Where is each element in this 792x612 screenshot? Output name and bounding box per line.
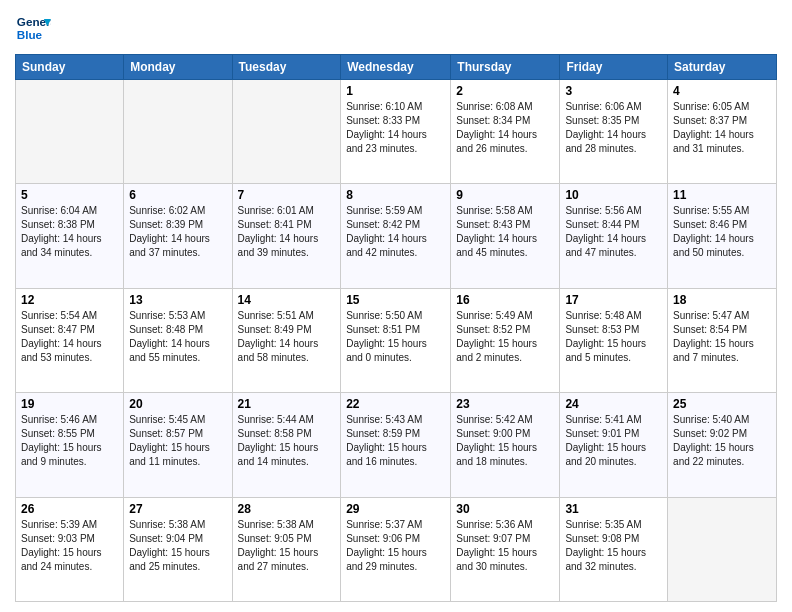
day-number: 29	[346, 502, 445, 516]
sunrise-label: Sunrise: 6:02 AM	[129, 205, 205, 216]
sunset-label: Sunset: 9:04 PM	[129, 533, 203, 544]
sunset-label: Sunset: 9:02 PM	[673, 428, 747, 439]
daylight-label: Daylight: 14 hours and 58 minutes.	[238, 338, 319, 363]
sunset-label: Sunset: 9:01 PM	[565, 428, 639, 439]
day-info: Sunrise: 5:51 AMSunset: 8:49 PMDaylight:…	[238, 309, 336, 365]
sunset-label: Sunset: 8:46 PM	[673, 219, 747, 230]
header: General Blue	[15, 10, 777, 46]
sunset-label: Sunset: 8:51 PM	[346, 324, 420, 335]
day-info: Sunrise: 5:43 AMSunset: 8:59 PMDaylight:…	[346, 413, 445, 469]
sunset-label: Sunset: 8:39 PM	[129, 219, 203, 230]
calendar-cell: 5Sunrise: 6:04 AMSunset: 8:38 PMDaylight…	[16, 184, 124, 288]
day-info: Sunrise: 5:38 AMSunset: 9:04 PMDaylight:…	[129, 518, 226, 574]
week-row-5: 26Sunrise: 5:39 AMSunset: 9:03 PMDayligh…	[16, 497, 777, 601]
sunrise-label: Sunrise: 5:38 AM	[238, 519, 314, 530]
week-row-2: 5Sunrise: 6:04 AMSunset: 8:38 PMDaylight…	[16, 184, 777, 288]
sunrise-label: Sunrise: 5:59 AM	[346, 205, 422, 216]
day-number: 13	[129, 293, 226, 307]
week-row-3: 12Sunrise: 5:54 AMSunset: 8:47 PMDayligh…	[16, 288, 777, 392]
daylight-label: Daylight: 15 hours and 11 minutes.	[129, 442, 210, 467]
day-number: 3	[565, 84, 662, 98]
sunrise-label: Sunrise: 5:38 AM	[129, 519, 205, 530]
day-info: Sunrise: 5:56 AMSunset: 8:44 PMDaylight:…	[565, 204, 662, 260]
sunset-label: Sunset: 8:44 PM	[565, 219, 639, 230]
sunrise-label: Sunrise: 5:39 AM	[21, 519, 97, 530]
calendar-cell: 25Sunrise: 5:40 AMSunset: 9:02 PMDayligh…	[668, 393, 777, 497]
daylight-label: Daylight: 14 hours and 37 minutes.	[129, 233, 210, 258]
sunset-label: Sunset: 8:33 PM	[346, 115, 420, 126]
day-info: Sunrise: 5:36 AMSunset: 9:07 PMDaylight:…	[456, 518, 554, 574]
daylight-label: Daylight: 14 hours and 47 minutes.	[565, 233, 646, 258]
day-number: 28	[238, 502, 336, 516]
sunset-label: Sunset: 8:43 PM	[456, 219, 530, 230]
daylight-label: Daylight: 15 hours and 25 minutes.	[129, 547, 210, 572]
daylight-label: Daylight: 14 hours and 55 minutes.	[129, 338, 210, 363]
day-info: Sunrise: 5:58 AMSunset: 8:43 PMDaylight:…	[456, 204, 554, 260]
sunrise-label: Sunrise: 5:41 AM	[565, 414, 641, 425]
calendar-cell: 7Sunrise: 6:01 AMSunset: 8:41 PMDaylight…	[232, 184, 341, 288]
calendar-cell: 23Sunrise: 5:42 AMSunset: 9:00 PMDayligh…	[451, 393, 560, 497]
sunrise-label: Sunrise: 5:55 AM	[673, 205, 749, 216]
sunrise-label: Sunrise: 5:48 AM	[565, 310, 641, 321]
sunrise-label: Sunrise: 5:49 AM	[456, 310, 532, 321]
day-header-wednesday: Wednesday	[341, 55, 451, 80]
day-number: 22	[346, 397, 445, 411]
week-row-4: 19Sunrise: 5:46 AMSunset: 8:55 PMDayligh…	[16, 393, 777, 497]
sunset-label: Sunset: 8:37 PM	[673, 115, 747, 126]
daylight-label: Daylight: 15 hours and 27 minutes.	[238, 547, 319, 572]
sunset-label: Sunset: 9:08 PM	[565, 533, 639, 544]
day-info: Sunrise: 6:06 AMSunset: 8:35 PMDaylight:…	[565, 100, 662, 156]
sunset-label: Sunset: 8:41 PM	[238, 219, 312, 230]
sunrise-label: Sunrise: 5:44 AM	[238, 414, 314, 425]
calendar-cell: 4Sunrise: 6:05 AMSunset: 8:37 PMDaylight…	[668, 80, 777, 184]
day-info: Sunrise: 5:40 AMSunset: 9:02 PMDaylight:…	[673, 413, 771, 469]
sunset-label: Sunset: 9:06 PM	[346, 533, 420, 544]
sunrise-label: Sunrise: 5:46 AM	[21, 414, 97, 425]
calendar-cell: 26Sunrise: 5:39 AMSunset: 9:03 PMDayligh…	[16, 497, 124, 601]
day-info: Sunrise: 5:41 AMSunset: 9:01 PMDaylight:…	[565, 413, 662, 469]
calendar-cell	[668, 497, 777, 601]
sunset-label: Sunset: 8:35 PM	[565, 115, 639, 126]
logo-icon: General Blue	[15, 10, 51, 46]
day-info: Sunrise: 5:50 AMSunset: 8:51 PMDaylight:…	[346, 309, 445, 365]
calendar-cell: 17Sunrise: 5:48 AMSunset: 8:53 PMDayligh…	[560, 288, 668, 392]
daylight-label: Daylight: 15 hours and 20 minutes.	[565, 442, 646, 467]
daylight-label: Daylight: 15 hours and 5 minutes.	[565, 338, 646, 363]
day-number: 19	[21, 397, 118, 411]
sunset-label: Sunset: 8:48 PM	[129, 324, 203, 335]
week-row-1: 1Sunrise: 6:10 AMSunset: 8:33 PMDaylight…	[16, 80, 777, 184]
day-number: 11	[673, 188, 771, 202]
day-header-monday: Monday	[124, 55, 232, 80]
sunrise-label: Sunrise: 6:08 AM	[456, 101, 532, 112]
calendar-cell: 2Sunrise: 6:08 AMSunset: 8:34 PMDaylight…	[451, 80, 560, 184]
sunrise-label: Sunrise: 5:53 AM	[129, 310, 205, 321]
sunset-label: Sunset: 8:49 PM	[238, 324, 312, 335]
sunrise-label: Sunrise: 5:43 AM	[346, 414, 422, 425]
daylight-label: Daylight: 14 hours and 31 minutes.	[673, 129, 754, 154]
calendar-cell: 28Sunrise: 5:38 AMSunset: 9:05 PMDayligh…	[232, 497, 341, 601]
calendar-table: SundayMondayTuesdayWednesdayThursdayFrid…	[15, 54, 777, 602]
calendar-cell: 8Sunrise: 5:59 AMSunset: 8:42 PMDaylight…	[341, 184, 451, 288]
calendar-cell: 30Sunrise: 5:36 AMSunset: 9:07 PMDayligh…	[451, 497, 560, 601]
sunset-label: Sunset: 9:07 PM	[456, 533, 530, 544]
sunrise-label: Sunrise: 5:54 AM	[21, 310, 97, 321]
sunrise-label: Sunrise: 5:50 AM	[346, 310, 422, 321]
daylight-label: Daylight: 15 hours and 24 minutes.	[21, 547, 102, 572]
day-number: 24	[565, 397, 662, 411]
sunset-label: Sunset: 8:59 PM	[346, 428, 420, 439]
daylight-label: Daylight: 15 hours and 29 minutes.	[346, 547, 427, 572]
daylight-label: Daylight: 15 hours and 14 minutes.	[238, 442, 319, 467]
day-header-sunday: Sunday	[16, 55, 124, 80]
day-info: Sunrise: 5:45 AMSunset: 8:57 PMDaylight:…	[129, 413, 226, 469]
calendar-cell: 21Sunrise: 5:44 AMSunset: 8:58 PMDayligh…	[232, 393, 341, 497]
day-number: 21	[238, 397, 336, 411]
sunrise-label: Sunrise: 5:35 AM	[565, 519, 641, 530]
calendar-cell: 13Sunrise: 5:53 AMSunset: 8:48 PMDayligh…	[124, 288, 232, 392]
calendar-cell: 18Sunrise: 5:47 AMSunset: 8:54 PMDayligh…	[668, 288, 777, 392]
day-info: Sunrise: 6:02 AMSunset: 8:39 PMDaylight:…	[129, 204, 226, 260]
day-number: 17	[565, 293, 662, 307]
daylight-label: Daylight: 15 hours and 9 minutes.	[21, 442, 102, 467]
daylight-label: Daylight: 14 hours and 34 minutes.	[21, 233, 102, 258]
sunset-label: Sunset: 8:42 PM	[346, 219, 420, 230]
daylight-label: Daylight: 14 hours and 39 minutes.	[238, 233, 319, 258]
